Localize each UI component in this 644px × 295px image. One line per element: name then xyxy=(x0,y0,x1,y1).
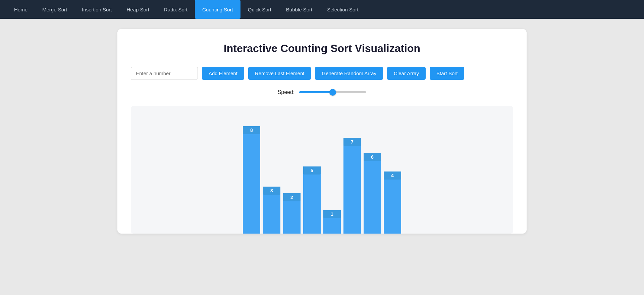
bar-group: 5 xyxy=(303,166,321,234)
nav-item-radix-sort[interactable]: Radix Sort xyxy=(157,0,195,19)
nav-item-quick-sort[interactable]: Quick Sort xyxy=(240,0,279,19)
nav-item-home[interactable]: Home xyxy=(7,0,35,19)
bar-value-label: 3 xyxy=(263,187,280,195)
bar-group: 6 xyxy=(364,153,381,234)
chart-bar: 4 xyxy=(384,171,401,234)
nav-item-insertion-sort[interactable]: Insertion Sort xyxy=(74,0,119,19)
navigation: HomeMerge SortInsertion SortHeap SortRad… xyxy=(0,0,644,19)
nav-item-selection-sort[interactable]: Selection Sort xyxy=(320,0,366,19)
clear-array-button[interactable]: Clear Array xyxy=(387,67,426,80)
remove-last-element-button[interactable]: Remove Last Element xyxy=(248,67,311,80)
chart-area: 83251764 xyxy=(131,106,513,234)
chart-bar: 8 xyxy=(243,126,260,234)
page-wrapper: Interactive Counting Sort Visualization … xyxy=(104,19,540,244)
chart-bar: 7 xyxy=(343,138,361,234)
bar-group: 3 xyxy=(263,187,280,234)
bar-group: 2 xyxy=(283,193,301,234)
nav-item-counting-sort[interactable]: Counting Sort xyxy=(195,0,240,19)
speed-slider[interactable] xyxy=(299,91,366,93)
bar-value-label: 2 xyxy=(283,193,301,201)
bar-group: 8 xyxy=(243,126,260,234)
bar-value-label: 6 xyxy=(364,153,381,161)
speed-row: Speed: xyxy=(131,89,513,95)
speed-label: Speed: xyxy=(278,89,295,95)
nav-item-merge-sort[interactable]: Merge Sort xyxy=(35,0,74,19)
chart-bar: 6 xyxy=(364,153,381,234)
generate-random-array-button[interactable]: Generate Random Array xyxy=(315,67,383,80)
bar-value-label: 8 xyxy=(243,126,260,134)
page-title: Interactive Counting Sort Visualization xyxy=(131,42,513,55)
main-card: Interactive Counting Sort Visualization … xyxy=(117,29,527,234)
chart-bar: 2 xyxy=(283,193,301,234)
bar-group: 7 xyxy=(343,138,361,234)
start-sort-button[interactable]: Start Sort xyxy=(430,67,464,80)
chart-bar: 5 xyxy=(303,166,321,234)
controls-row: Add Element Remove Last Element Generate… xyxy=(131,67,513,80)
bar-group: 1 xyxy=(323,210,341,234)
number-input[interactable] xyxy=(131,67,198,80)
bar-group: 4 xyxy=(384,171,401,234)
add-element-button[interactable]: Add Element xyxy=(202,67,244,80)
chart-bar: 1 xyxy=(323,210,341,234)
bar-value-label: 4 xyxy=(384,171,401,180)
nav-item-bubble-sort[interactable]: Bubble Sort xyxy=(279,0,320,19)
bar-value-label: 5 xyxy=(303,166,321,175)
bar-value-label: 1 xyxy=(323,210,341,218)
chart-bar: 3 xyxy=(263,187,280,234)
nav-item-heap-sort[interactable]: Heap Sort xyxy=(119,0,157,19)
bar-value-label: 7 xyxy=(343,138,361,146)
